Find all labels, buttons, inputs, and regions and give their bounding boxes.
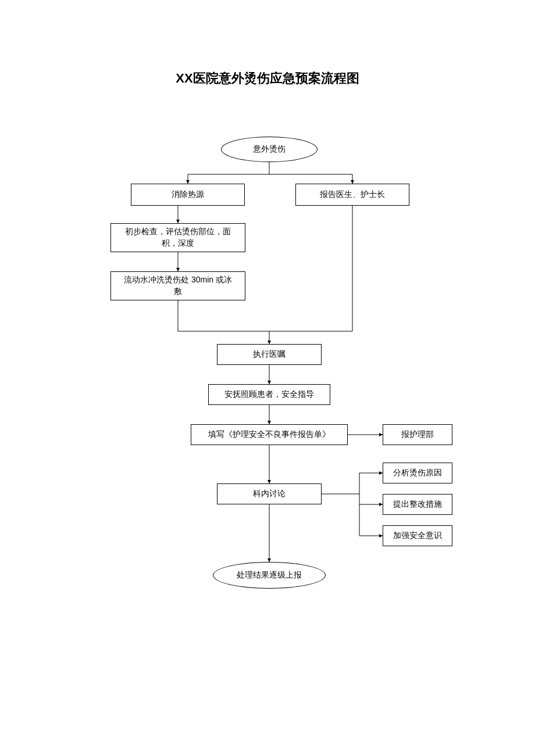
node-corrective-action: 提出整改措施 bbox=[383, 494, 452, 515]
page-title: XX医院意外烫伤应急预案流程图 bbox=[0, 70, 535, 87]
node-remove-heat: 消除热源 bbox=[131, 184, 245, 206]
node-fill-report: 填写《护理安全不良事件报告单》 bbox=[191, 424, 348, 445]
node-assess: 初步检查，评估烫伤部位，面 积，深度 bbox=[110, 223, 245, 252]
title-text: 医院意外烫伤应急预案流程图 bbox=[193, 71, 359, 85]
flowchart-connectors bbox=[0, 0, 535, 756]
node-rinse: 流动水冲洗烫伤处 30min 或冰 敷 bbox=[110, 271, 245, 300]
node-discussion: 科内讨论 bbox=[217, 483, 322, 504]
node-safety-awareness: 加强安全意识 bbox=[383, 525, 452, 546]
title-prefix: XX bbox=[176, 71, 192, 85]
node-end: 处理结果逐级上报 bbox=[213, 562, 326, 589]
node-execute-orders: 执行医嘱 bbox=[217, 344, 322, 365]
node-nursing-dept: 报护理部 bbox=[383, 424, 452, 445]
node-report-doctor: 报告医生、护士长 bbox=[295, 184, 409, 206]
node-cause-analysis: 分析烫伤原因 bbox=[383, 463, 452, 483]
node-comfort-patient: 安抚照顾患者，安全指导 bbox=[208, 384, 330, 405]
node-start: 意外烫伤 bbox=[221, 137, 318, 162]
